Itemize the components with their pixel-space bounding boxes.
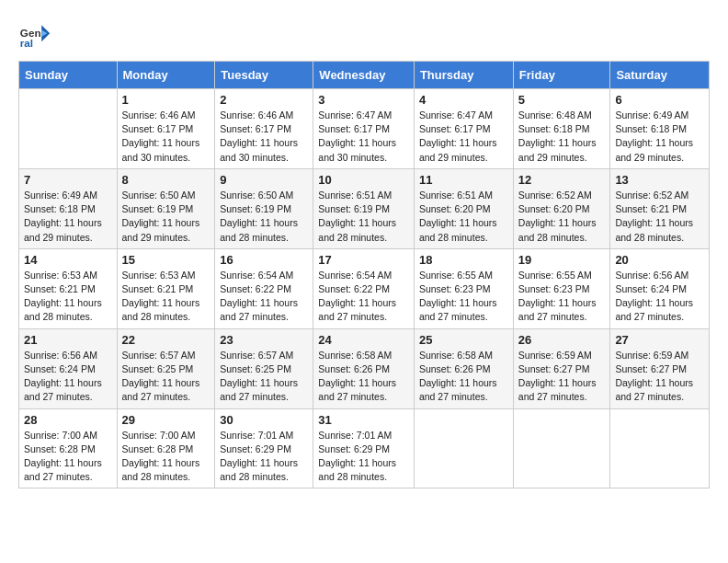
day-number: 24 bbox=[318, 333, 409, 347]
day-info: Sunrise: 6:46 AMSunset: 6:17 PMDaylight:… bbox=[122, 109, 210, 165]
day-number: 18 bbox=[419, 253, 508, 267]
day-info: Sunrise: 6:52 AMSunset: 6:21 PMDaylight:… bbox=[615, 189, 704, 245]
day-number: 19 bbox=[518, 253, 606, 267]
calendar-cell: 4Sunrise: 6:47 AMSunset: 6:17 PMDaylight… bbox=[414, 89, 513, 169]
week-row-2: 7Sunrise: 6:49 AMSunset: 6:18 PMDaylight… bbox=[19, 168, 710, 248]
day-info: Sunrise: 7:00 AMSunset: 6:28 PMDaylight:… bbox=[24, 429, 112, 485]
calendar-cell: 28Sunrise: 7:00 AMSunset: 6:28 PMDayligh… bbox=[19, 408, 118, 488]
calendar-cell: 30Sunrise: 7:01 AMSunset: 6:29 PMDayligh… bbox=[215, 408, 313, 488]
day-info: Sunrise: 7:01 AMSunset: 6:29 PMDaylight:… bbox=[318, 429, 409, 485]
day-info: Sunrise: 6:59 AMSunset: 6:27 PMDaylight:… bbox=[518, 349, 606, 405]
day-info: Sunrise: 6:59 AMSunset: 6:27 PMDaylight:… bbox=[615, 349, 704, 405]
day-info: Sunrise: 6:50 AMSunset: 6:19 PMDaylight:… bbox=[122, 189, 210, 245]
calendar-cell: 22Sunrise: 6:57 AMSunset: 6:25 PMDayligh… bbox=[117, 328, 215, 408]
day-info: Sunrise: 6:49 AMSunset: 6:18 PMDaylight:… bbox=[24, 189, 112, 245]
calendar-cell bbox=[19, 89, 118, 169]
calendar-cell: 29Sunrise: 7:00 AMSunset: 6:28 PMDayligh… bbox=[117, 408, 215, 488]
day-number: 4 bbox=[419, 93, 508, 107]
calendar-cell bbox=[414, 408, 513, 488]
calendar-cell: 7Sunrise: 6:49 AMSunset: 6:18 PMDaylight… bbox=[19, 168, 118, 248]
day-number: 10 bbox=[318, 173, 409, 187]
logo-icon: Gene ral bbox=[18, 18, 51, 52]
calendar-cell: 3Sunrise: 6:47 AMSunset: 6:17 PMDaylight… bbox=[313, 89, 415, 169]
day-number: 12 bbox=[518, 173, 606, 187]
day-info: Sunrise: 6:51 AMSunset: 6:20 PMDaylight:… bbox=[419, 189, 508, 245]
day-number: 25 bbox=[419, 333, 508, 347]
calendar-cell: 10Sunrise: 6:51 AMSunset: 6:19 PMDayligh… bbox=[313, 168, 415, 248]
day-info: Sunrise: 6:48 AMSunset: 6:18 PMDaylight:… bbox=[518, 109, 606, 165]
page-header: Gene ral bbox=[18, 18, 710, 52]
column-header-thursday: Thursday bbox=[414, 62, 513, 89]
day-number: 23 bbox=[220, 333, 308, 347]
day-info: Sunrise: 6:49 AMSunset: 6:18 PMDaylight:… bbox=[615, 109, 704, 165]
day-info: Sunrise: 6:50 AMSunset: 6:19 PMDaylight:… bbox=[220, 189, 308, 245]
day-info: Sunrise: 6:57 AMSunset: 6:25 PMDaylight:… bbox=[122, 349, 210, 405]
day-info: Sunrise: 6:54 AMSunset: 6:22 PMDaylight:… bbox=[318, 269, 409, 325]
calendar-cell: 25Sunrise: 6:58 AMSunset: 6:26 PMDayligh… bbox=[414, 328, 513, 408]
day-number: 15 bbox=[122, 253, 210, 267]
calendar-cell: 2Sunrise: 6:46 AMSunset: 6:17 PMDaylight… bbox=[215, 89, 313, 169]
calendar-cell: 6Sunrise: 6:49 AMSunset: 6:18 PMDaylight… bbox=[610, 89, 710, 169]
calendar-cell: 26Sunrise: 6:59 AMSunset: 6:27 PMDayligh… bbox=[513, 328, 610, 408]
calendar-cell: 1Sunrise: 6:46 AMSunset: 6:17 PMDaylight… bbox=[117, 89, 215, 169]
day-info: Sunrise: 6:58 AMSunset: 6:26 PMDaylight:… bbox=[318, 349, 409, 405]
day-number: 2 bbox=[220, 93, 308, 107]
day-number: 29 bbox=[122, 413, 210, 427]
calendar-cell: 9Sunrise: 6:50 AMSunset: 6:19 PMDaylight… bbox=[215, 168, 313, 248]
calendar-cell: 15Sunrise: 6:53 AMSunset: 6:21 PMDayligh… bbox=[117, 248, 215, 328]
column-header-friday: Friday bbox=[513, 62, 610, 89]
day-number: 13 bbox=[615, 173, 704, 187]
day-info: Sunrise: 6:54 AMSunset: 6:22 PMDaylight:… bbox=[220, 269, 308, 325]
day-number: 5 bbox=[518, 93, 606, 107]
day-number: 20 bbox=[615, 253, 704, 267]
calendar-cell bbox=[513, 408, 610, 488]
column-header-saturday: Saturday bbox=[610, 62, 710, 89]
calendar-cell: 8Sunrise: 6:50 AMSunset: 6:19 PMDaylight… bbox=[117, 168, 215, 248]
day-info: Sunrise: 6:57 AMSunset: 6:25 PMDaylight:… bbox=[220, 349, 308, 405]
day-info: Sunrise: 6:46 AMSunset: 6:17 PMDaylight:… bbox=[220, 109, 308, 165]
column-header-sunday: Sunday bbox=[19, 62, 118, 89]
day-info: Sunrise: 6:53 AMSunset: 6:21 PMDaylight:… bbox=[122, 269, 210, 325]
calendar-cell: 17Sunrise: 6:54 AMSunset: 6:22 PMDayligh… bbox=[313, 248, 415, 328]
day-number: 8 bbox=[122, 173, 210, 187]
week-row-5: 28Sunrise: 7:00 AMSunset: 6:28 PMDayligh… bbox=[19, 408, 710, 488]
calendar-cell: 18Sunrise: 6:55 AMSunset: 6:23 PMDayligh… bbox=[414, 248, 513, 328]
day-number: 6 bbox=[615, 93, 704, 107]
day-number: 27 bbox=[615, 333, 704, 347]
day-number: 3 bbox=[318, 93, 409, 107]
day-info: Sunrise: 6:55 AMSunset: 6:23 PMDaylight:… bbox=[518, 269, 606, 325]
calendar-header-row: SundayMondayTuesdayWednesdayThursdayFrid… bbox=[19, 62, 710, 89]
day-number: 31 bbox=[318, 413, 409, 427]
calendar-cell: 24Sunrise: 6:58 AMSunset: 6:26 PMDayligh… bbox=[313, 328, 415, 408]
day-number: 1 bbox=[122, 93, 210, 107]
day-number: 17 bbox=[318, 253, 409, 267]
calendar-cell: 20Sunrise: 6:56 AMSunset: 6:24 PMDayligh… bbox=[610, 248, 710, 328]
calendar-cell: 5Sunrise: 6:48 AMSunset: 6:18 PMDaylight… bbox=[513, 89, 610, 169]
calendar-table: SundayMondayTuesdayWednesdayThursdayFrid… bbox=[18, 61, 710, 488]
day-info: Sunrise: 6:56 AMSunset: 6:24 PMDaylight:… bbox=[24, 349, 112, 405]
day-number: 16 bbox=[220, 253, 308, 267]
calendar-cell: 11Sunrise: 6:51 AMSunset: 6:20 PMDayligh… bbox=[414, 168, 513, 248]
calendar-cell: 16Sunrise: 6:54 AMSunset: 6:22 PMDayligh… bbox=[215, 248, 313, 328]
calendar-cell: 13Sunrise: 6:52 AMSunset: 6:21 PMDayligh… bbox=[610, 168, 710, 248]
calendar-cell: 23Sunrise: 6:57 AMSunset: 6:25 PMDayligh… bbox=[215, 328, 313, 408]
day-info: Sunrise: 6:55 AMSunset: 6:23 PMDaylight:… bbox=[419, 269, 508, 325]
day-info: Sunrise: 6:51 AMSunset: 6:19 PMDaylight:… bbox=[318, 189, 409, 245]
calendar-cell bbox=[610, 408, 710, 488]
day-number: 9 bbox=[220, 173, 308, 187]
calendar-cell: 31Sunrise: 7:01 AMSunset: 6:29 PMDayligh… bbox=[313, 408, 415, 488]
week-row-3: 14Sunrise: 6:53 AMSunset: 6:21 PMDayligh… bbox=[19, 248, 710, 328]
day-number: 28 bbox=[24, 413, 112, 427]
day-info: Sunrise: 6:56 AMSunset: 6:24 PMDaylight:… bbox=[615, 269, 704, 325]
day-number: 14 bbox=[24, 253, 112, 267]
calendar-cell: 14Sunrise: 6:53 AMSunset: 6:21 PMDayligh… bbox=[19, 248, 118, 328]
day-info: Sunrise: 6:52 AMSunset: 6:20 PMDaylight:… bbox=[518, 189, 606, 245]
day-info: Sunrise: 7:01 AMSunset: 6:29 PMDaylight:… bbox=[220, 429, 308, 485]
day-number: 30 bbox=[220, 413, 308, 427]
column-header-wednesday: Wednesday bbox=[313, 62, 415, 89]
day-info: Sunrise: 7:00 AMSunset: 6:28 PMDaylight:… bbox=[122, 429, 210, 485]
day-info: Sunrise: 6:47 AMSunset: 6:17 PMDaylight:… bbox=[318, 109, 409, 165]
day-number: 22 bbox=[122, 333, 210, 347]
day-number: 21 bbox=[24, 333, 112, 347]
svg-text:ral: ral bbox=[20, 37, 33, 49]
